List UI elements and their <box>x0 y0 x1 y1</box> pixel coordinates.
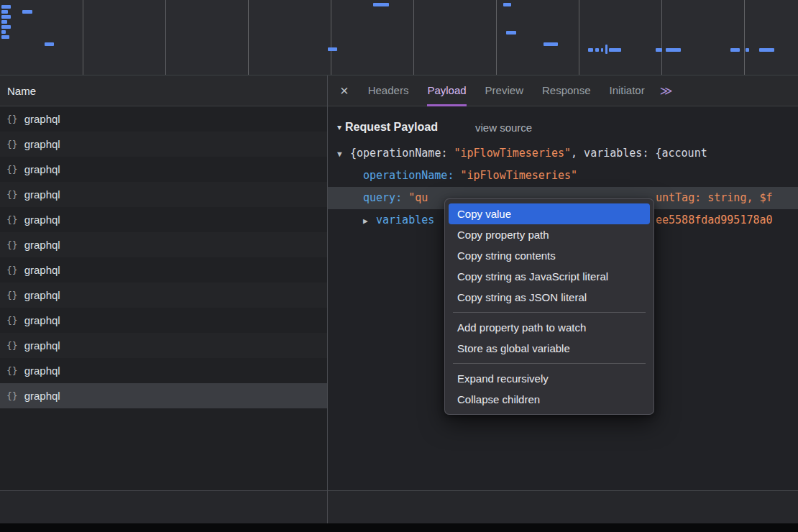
menu-item-add-property-path-to-watch[interactable]: Add property path to watch <box>449 317 650 338</box>
expanded-triangle-icon[interactable]: ▼ <box>337 143 350 165</box>
timeline-request-bar <box>601 48 603 52</box>
network-request-row[interactable]: {}graphql <box>0 106 327 132</box>
timeline-request-bar <box>1 10 8 14</box>
timeline-request-bar <box>759 48 774 52</box>
request-name: graphql <box>24 214 60 226</box>
timeline-request-bar <box>1 35 9 39</box>
timeline-request-bar <box>1 20 7 24</box>
name-column-header[interactable]: Name <box>0 75 327 106</box>
request-name: graphql <box>24 289 60 301</box>
operation-name-row[interactable]: operationName: "ipFlowTimeseries" <box>327 165 798 187</box>
json-icon: {} <box>6 214 18 225</box>
timeline-gridline <box>83 0 83 75</box>
network-request-row[interactable]: {}graphql <box>0 383 327 408</box>
timeline-request-bar <box>1 15 11 19</box>
json-icon: {} <box>6 365 18 376</box>
status-footer <box>0 490 798 523</box>
menu-item-copy-property-path[interactable]: Copy property path <box>449 224 650 245</box>
property-key: operationName: <box>363 169 460 182</box>
devtools-window: Name {}graphql{}graphql{}graphql{}graphq… <box>0 0 798 532</box>
close-icon[interactable]: × <box>340 83 349 99</box>
tab-response[interactable]: Response <box>542 75 591 106</box>
network-request-row[interactable]: {}graphql <box>0 333 327 358</box>
tab-payload[interactable]: Payload <box>427 75 466 106</box>
timeline-request-bar <box>609 48 621 52</box>
timeline-request-bar <box>373 3 389 6</box>
network-request-row[interactable]: {}graphql <box>0 358 327 383</box>
section-disclosure-triangle-icon[interactable]: ▾ <box>337 122 341 132</box>
timeline-gridline <box>248 0 249 75</box>
json-icon: {} <box>6 265 18 275</box>
json-icon: {} <box>6 390 18 401</box>
panel-divider[interactable] <box>327 75 328 523</box>
request-name: graphql <box>24 163 60 175</box>
more-tabs-icon[interactable]: ≫ <box>660 83 673 98</box>
json-icon: {} <box>6 239 18 250</box>
timeline-gridline <box>165 0 166 75</box>
root-preview-post: , variables: {account <box>571 147 707 160</box>
network-request-row[interactable]: {}graphql <box>0 132 327 157</box>
menu-item-copy-string-as-javascript-literal[interactable]: Copy string as JavaScript literal <box>449 266 650 287</box>
menu-item-expand-recursively[interactable]: Expand recursively <box>449 368 650 389</box>
timeline-request-bar <box>45 42 54 46</box>
menu-item-store-as-global-variable[interactable]: Store as global variable <box>449 338 650 359</box>
timeline-request-bar <box>1 25 11 29</box>
network-request-row[interactable]: {}graphql <box>0 232 327 257</box>
request-name: graphql <box>24 364 60 377</box>
menu-item-copy-string-contents[interactable]: Copy string contents <box>449 245 650 266</box>
json-icon: {} <box>6 189 18 200</box>
network-request-row[interactable]: {}graphql <box>0 157 327 182</box>
menu-item-collapse-children[interactable]: Collapse children <box>449 389 650 410</box>
json-icon: {} <box>6 164 18 175</box>
property-key: query: <box>363 191 408 204</box>
json-icon: {} <box>6 114 18 124</box>
network-request-row[interactable]: {}graphql <box>0 182 327 207</box>
view-source-link[interactable]: view source <box>475 121 532 134</box>
json-icon: {} <box>6 139 18 150</box>
request-name: graphql <box>24 314 60 326</box>
tab-initiator[interactable]: Initiator <box>610 75 645 106</box>
timeline-request-bar <box>544 42 558 46</box>
request-name: graphql <box>24 339 60 352</box>
network-request-row[interactable]: {}graphql <box>0 257 327 283</box>
menu-item-copy-string-as-json-literal[interactable]: Copy string as JSON literal <box>449 287 650 308</box>
timeline-request-bar <box>506 31 516 35</box>
collapsed-triangle-icon[interactable]: ▶ <box>363 210 376 232</box>
json-icon: {} <box>6 290 18 301</box>
timeline-request-bar <box>666 48 681 52</box>
tab-headers[interactable]: Headers <box>368 75 409 106</box>
request-name: graphql <box>24 264 60 276</box>
root-preview-pre: {operationName: <box>350 147 454 160</box>
request-name: graphql <box>24 188 60 201</box>
root-preview-string: "ipFlowTimeseries" <box>454 147 572 160</box>
payload-root-row[interactable]: ▼{operationName: "ipFlowTimeseries", var… <box>327 142 798 165</box>
request-payload-title: Request Payload <box>345 121 438 134</box>
property-value-right: untTag: string, $f <box>656 187 773 209</box>
network-overview-timeline[interactable] <box>0 0 798 75</box>
timeline-gridline <box>413 0 414 75</box>
request-name: graphql <box>24 239 60 251</box>
timeline-gridline <box>661 0 662 75</box>
timeline-request-bar <box>1 5 11 9</box>
timeline-request-bar <box>746 48 749 52</box>
name-column-label: Name <box>7 85 36 97</box>
timeline-gridline <box>579 0 579 75</box>
timeline-request-bar <box>503 3 511 6</box>
network-request-row[interactable]: {}graphql <box>0 207 327 232</box>
tab-preview[interactable]: Preview <box>485 75 523 106</box>
network-request-row[interactable]: {}graphql <box>0 308 327 333</box>
timeline-gridline <box>496 0 497 75</box>
menu-item-copy-value[interactable]: Copy value <box>449 203 650 224</box>
timeline-request-bar <box>588 48 593 52</box>
timeline-request-bar <box>730 48 740 52</box>
request-name: graphql <box>24 113 60 125</box>
timeline-request-bar <box>605 45 607 54</box>
timeline-gridline <box>331 0 331 75</box>
request-name: graphql <box>24 138 60 150</box>
request-list: {}graphql{}graphql{}graphql{}graphql{}gr… <box>0 106 327 490</box>
property-value: "ipFlowTimeseries" <box>460 169 577 182</box>
menu-separator <box>453 312 646 313</box>
property-value-left: "qu <box>408 191 428 204</box>
network-request-row[interactable]: {}graphql <box>0 283 327 308</box>
timeline-request-bar <box>328 47 337 51</box>
